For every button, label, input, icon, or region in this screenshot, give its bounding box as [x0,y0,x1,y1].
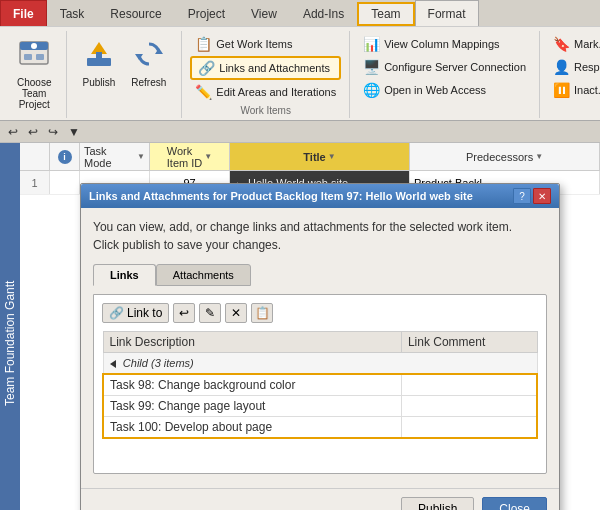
open-web-label: Open in Web Access [384,84,486,96]
collapse-triangle-icon [110,360,116,368]
publish-icon [83,38,115,75]
delete-link-button[interactable]: ✕ [225,303,247,323]
task-desc-3: Task 100: Develop about page [103,417,401,439]
ribbon-group-server: 📊 View Column Mappings 🖥️ Configure Serv… [350,31,540,118]
quick-access-toolbar: ↩ ↩ ↪ ▼ [0,121,600,143]
task-comment-1 [401,374,537,396]
child-group-label: Child (3 items) [103,353,537,375]
qat-redo-back[interactable]: ↩ [24,123,42,141]
dialog-info: You can view, add, or change links and a… [93,218,547,254]
tab-resource[interactable]: Resource [97,0,174,26]
ribbon-tabs: File Task Resource Project View Add-Ins … [0,0,600,26]
ribbon-group-publish: Publish Refresh [67,31,182,118]
tab-format[interactable]: Format [415,0,479,26]
edit-areas-button[interactable]: ✏️ Edit Areas and Iterations [190,81,341,103]
refresh-label: Refresh [131,77,166,88]
svg-point-2 [31,43,37,49]
tab-task[interactable]: Task [47,0,98,26]
qat-undo[interactable]: ↩ [4,123,22,141]
extra-buttons: 🔖 Mark... 👤 Resp... ⏸️ Inact... [548,33,600,101]
tab-team[interactable]: Team [357,2,414,26]
svg-rect-3 [24,54,32,60]
publish-refresh-area: Publish Refresh [75,33,173,116]
qat-redo[interactable]: ↪ [44,123,62,141]
ribbon-group-extra: 🔖 Mark... 👤 Resp... ⏸️ Inact... [540,31,600,118]
mark-label: Mark... [574,38,600,50]
task-desc-2: Task 99: Change page layout [103,396,401,417]
edit-areas-label: Edit Areas and Iterations [216,86,336,98]
tab-view[interactable]: View [238,0,290,26]
app-body: Team Foundation Gantt i Task Mode ▼ Work… [0,143,600,510]
inact-button[interactable]: ⏸️ Inact... [548,79,600,101]
refresh-button[interactable]: Refresh [124,33,173,93]
publish-label: Publish [82,77,115,88]
configure-server-icon: 🖥️ [363,59,380,75]
tab-attachments[interactable]: Attachments [156,264,251,286]
dialog-tab-content: 🔗 Link to ↩ ✎ ✕ 📋 Lin [93,294,547,474]
dialog-close-button[interactable]: ✕ [533,188,551,204]
gantt-area: i Task Mode ▼ WorkItem ID ▼ Title ▼ Pred… [20,143,600,510]
resp-label: Resp... [574,61,600,73]
edit-areas-icon: ✏️ [195,84,212,100]
publish-button[interactable]: Publish [75,33,122,93]
sidebar-label: Team Foundation Gantt [3,280,17,405]
link-chain-icon: 🔗 [109,306,124,320]
links-attachments-button[interactable]: 🔗 Links and Attachments [190,56,341,80]
task-comment-2 [401,396,537,417]
link-desc-header: Link Description [103,332,401,353]
tab-links[interactable]: Links [93,264,156,286]
configure-server-button[interactable]: 🖥️ Configure Server Connection [358,56,531,78]
get-work-items-button[interactable]: 📋 Get Work Items [190,33,341,55]
link-to-label: Link to [127,306,162,320]
tab-add-ins[interactable]: Add-Ins [290,0,357,26]
edit-link-button[interactable]: ✎ [199,303,221,323]
dialog-title: Links and Attachments for Product Backlo… [89,190,473,202]
link-toolbar: 🔗 Link to ↩ ✎ ✕ 📋 [102,303,538,323]
dialog-publish-button[interactable]: Publish [401,497,474,510]
svg-rect-7 [96,52,102,60]
child-group-text: Child (3 items) [123,357,194,369]
dialog-help-button[interactable]: ? [513,188,531,204]
open-web-access-button[interactable]: 🌐 Open in Web Access [358,79,531,101]
link-to-button[interactable]: 🔗 Link to [102,303,169,323]
view-column-mappings-button[interactable]: 📊 View Column Mappings [358,33,531,55]
dialog-info-line1: You can view, add, or change links and a… [93,220,512,234]
copy-link-button[interactable]: 📋 [251,303,273,323]
dialog-close-footer-button[interactable]: Close [482,497,547,510]
work-items-group-label: Work Items [241,103,291,116]
dialog-overlay: Links and Attachments for Product Backlo… [20,143,600,510]
inact-icon: ⏸️ [553,82,570,98]
svg-rect-4 [36,54,44,60]
task-desc-1: Task 98: Change background color [103,374,401,396]
table-row: Task 98: Change background color [103,374,537,396]
dialog-body: You can view, add, or change links and a… [81,208,559,484]
resp-icon: 👤 [553,59,570,75]
choose-team-project-icon [18,38,50,75]
get-work-items-label: Get Work Items [216,38,292,50]
child-group-row: Child (3 items) [103,353,537,375]
dialog-tabs: Links Attachments [93,264,547,286]
dialog-info-line2: Click publish to save your changes. [93,238,281,252]
tab-project[interactable]: Project [175,0,238,26]
dialog-titlebar: Links and Attachments for Product Backlo… [81,184,559,208]
choose-team-project-area: ChooseTeam Project [10,33,58,116]
open-web-icon: 🌐 [363,82,380,98]
refresh-icon [133,38,165,75]
view-column-label: View Column Mappings [384,38,499,50]
inact-label: Inact... [574,84,600,96]
links-attachments-icon: 🔗 [198,60,215,76]
links-attachments-dialog: Links and Attachments for Product Backlo… [80,183,560,510]
ribbon: File Task Resource Project View Add-Ins … [0,0,600,121]
dialog-footer: Publish Close [81,488,559,510]
choose-team-project-label: ChooseTeam Project [17,77,51,110]
mark-button[interactable]: 🔖 Mark... [548,33,600,55]
resp-button[interactable]: 👤 Resp... [548,56,600,78]
work-items-buttons: 📋 Get Work Items 🔗 Links and Attachments… [190,33,341,103]
link-comment-header: Link Comment [401,332,537,353]
undo-link-button[interactable]: ↩ [173,303,195,323]
tab-file[interactable]: File [0,0,47,26]
choose-team-project-button[interactable]: ChooseTeam Project [10,33,58,115]
links-attachments-label: Links and Attachments [219,62,330,74]
qat-dropdown[interactable]: ▼ [64,123,84,141]
link-table: Link Description Link Comment Child (3 i… [102,331,538,439]
